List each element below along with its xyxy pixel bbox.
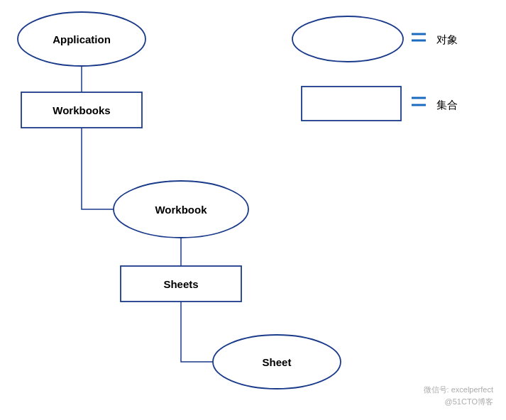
connector-sheets-sheet [181,302,213,362]
connector-workbooks-workbook [82,128,117,209]
diagram-svg: Application Workbooks Workbook Sheets Sh… [0,0,506,420]
workbooks-label: Workbooks [53,104,110,116]
watermark-line1: 微信号: excelperfect [424,385,493,394]
workbook-label: Workbook [155,204,207,216]
legend-collection-label: 集合 [436,99,458,111]
legend-object-label: 对象 [436,33,458,45]
watermark-line2: @51CTO博客 [445,397,493,406]
legend-object-shape [292,16,403,62]
legend-collection-shape [302,87,401,121]
diagram-container: Application Workbooks Workbook Sheets Sh… [0,0,506,420]
sheet-label: Sheet [263,356,292,368]
application-label: Application [53,33,111,45]
watermark: 微信号: excelperfect @51CTO博客 [424,384,493,407]
sheets-label: Sheets [163,278,198,290]
